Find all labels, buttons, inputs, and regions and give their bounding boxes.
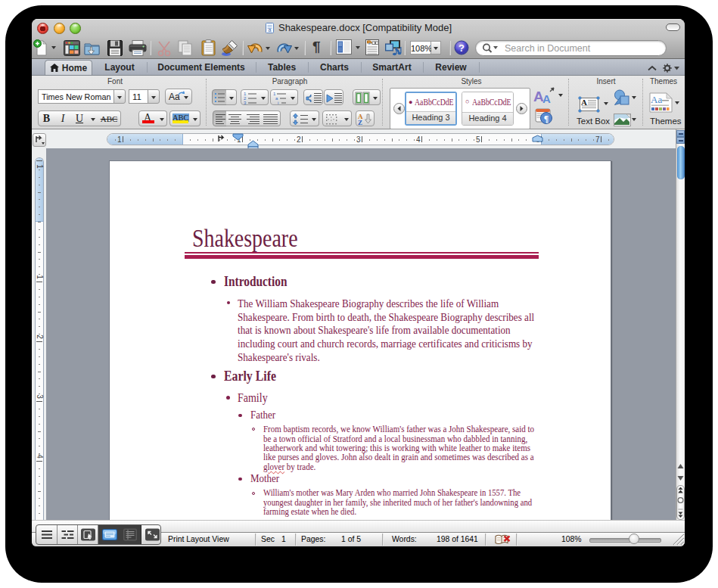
svg-text:A: A [581,98,587,107]
svg-text:Aa: Aa [651,94,662,105]
svg-text:3: 3 [244,101,247,105]
svg-text:Z: Z [358,119,362,126]
svg-text:a: a [269,27,272,33]
svg-text:¶: ¶ [544,114,549,124]
svg-text:i: i [278,101,278,105]
svg-text:?: ? [458,42,465,54]
svg-text:A: A [542,92,551,105]
